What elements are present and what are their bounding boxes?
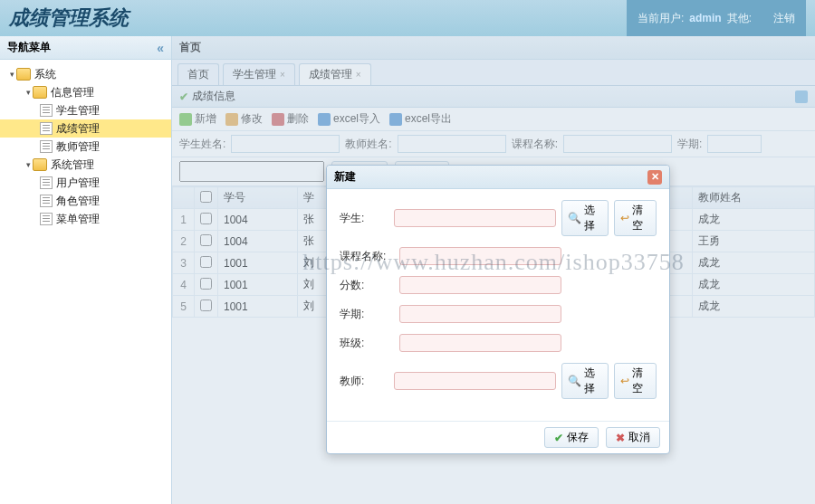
search-icon: 🔍: [568, 375, 581, 387]
cancel-icon: ✖: [616, 432, 625, 444]
dialog-body: 学生: 🔍选择 ↩清空 课程名称: 分数: 学期: 班级: 教师: 🔍选择 ↩清…: [327, 189, 669, 421]
tree-group-system[interactable]: ▾ 系统管理: [0, 156, 171, 174]
teacher-clear-button[interactable]: ↩清空: [614, 363, 657, 399]
sidebar-title-text: 导航菜单: [7, 40, 51, 55]
other-label: 其他:: [727, 11, 752, 26]
file-icon: [40, 140, 53, 153]
student-select-button[interactable]: 🔍选择: [561, 200, 609, 236]
folder-icon: [33, 86, 47, 99]
tree-label: 系统管理: [51, 157, 94, 173]
btn-label: 清空: [632, 366, 650, 396]
tree-item-teacher[interactable]: 教师管理: [0, 138, 171, 156]
tree-item-menu[interactable]: 菜单管理: [0, 210, 171, 228]
expand-icon: ▾: [24, 88, 33, 97]
tree-label: 学生管理: [56, 103, 100, 119]
folder-icon: [16, 68, 31, 81]
btn-label: 选择: [584, 203, 602, 233]
student-input[interactable]: [394, 209, 556, 227]
folder-icon: [33, 158, 47, 171]
ok-icon: ✔: [554, 432, 563, 444]
class-input[interactable]: [399, 334, 561, 352]
header-userinfo: 当前用户: admin 其他: 注销: [627, 0, 806, 36]
app-header: 成绩管理系统 当前用户: admin 其他: 注销: [0, 0, 815, 36]
sidebar-title: 导航菜单 «: [0, 36, 171, 60]
create-dialog: 新建 ✕ 学生: 🔍选择 ↩清空 课程名称: 分数: 学期: 班级: 教师: 🔍…: [326, 165, 670, 454]
file-icon: [40, 122, 53, 135]
clear-icon: ↩: [620, 212, 629, 224]
file-icon: [40, 213, 53, 225]
dialog-title: 新建 ✕: [327, 166, 669, 189]
tree-label: 角色管理: [56, 194, 100, 209]
tree-root[interactable]: ▾ 系统: [0, 65, 171, 83]
tree-label: 系统: [34, 67, 56, 82]
tree-label: 菜单管理: [56, 212, 100, 227]
teacher-select-button[interactable]: 🔍选择: [561, 363, 609, 399]
tree-item-user[interactable]: 用户管理: [0, 174, 171, 192]
sidebar: 导航菜单 « ▾ 系统 ▾ 信息管理 学生管理 成绩管理 教师管理 ▾ 系统管理…: [0, 36, 172, 504]
btn-label: 选择: [584, 366, 602, 396]
student-clear-button[interactable]: ↩清空: [614, 200, 657, 236]
file-icon: [40, 104, 53, 117]
file-icon: [40, 195, 53, 207]
tree-label: 用户管理: [56, 176, 100, 191]
nav-tree: ▾ 系统 ▾ 信息管理 学生管理 成绩管理 教师管理 ▾ 系统管理 用户管理 角…: [0, 60, 171, 233]
current-user: admin: [689, 12, 721, 24]
app-title: 成绩管理系统: [9, 5, 129, 32]
file-icon: [40, 176, 53, 189]
close-icon[interactable]: ✕: [647, 170, 662, 185]
tree-label: 成绩管理: [56, 121, 100, 137]
class-label: 班级:: [340, 336, 394, 351]
cancel-button[interactable]: ✖取消: [606, 427, 660, 448]
tree-label: 信息管理: [51, 85, 94, 100]
btn-label: 保存: [567, 430, 589, 445]
logout-link[interactable]: 注销: [773, 11, 795, 26]
collapse-icon[interactable]: «: [157, 41, 164, 55]
course-input[interactable]: [399, 247, 561, 265]
teacher-label: 教师:: [340, 374, 388, 389]
score-input[interactable]: [399, 276, 561, 294]
dialog-title-text: 新建: [334, 169, 356, 185]
student-label: 学生:: [340, 211, 388, 226]
btn-label: 取消: [628, 430, 650, 445]
term-field[interactable]: [399, 305, 561, 323]
tree-item-role[interactable]: 角色管理: [0, 192, 171, 210]
clear-icon: ↩: [620, 375, 629, 387]
teacher-input[interactable]: [394, 372, 556, 390]
tree-item-student[interactable]: 学生管理: [0, 101, 171, 119]
search-icon: 🔍: [568, 212, 581, 224]
save-button[interactable]: ✔保存: [544, 427, 599, 448]
tree-item-score[interactable]: 成绩管理: [0, 119, 171, 138]
score-label: 分数:: [340, 278, 394, 293]
btn-label: 清空: [632, 203, 650, 233]
tree-group-info[interactable]: ▾ 信息管理: [0, 83, 171, 101]
tree-label: 教师管理: [56, 139, 100, 155]
expand-icon: ▾: [7, 70, 16, 79]
dialog-footer: ✔保存 ✖取消: [327, 421, 669, 453]
current-user-label: 当前用户:: [638, 11, 684, 26]
expand-icon: ▾: [24, 160, 33, 169]
term-label: 学期:: [340, 307, 394, 322]
course-label: 课程名称:: [340, 249, 394, 264]
